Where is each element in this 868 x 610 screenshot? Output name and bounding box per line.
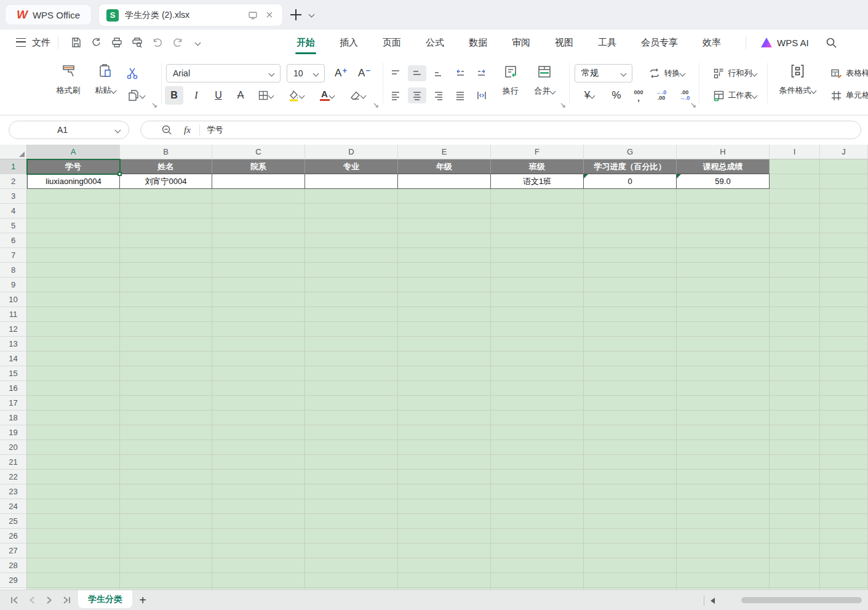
cell-J22[interactable] [820,470,868,484]
cell-I11[interactable] [770,307,820,322]
menu-tab-数据[interactable]: 数据 [469,37,487,49]
cell-B19[interactable] [120,425,212,440]
cell-A15[interactable] [27,366,120,381]
font-name-select[interactable]: Arial [166,64,281,82]
cell-F28[interactable] [491,558,584,573]
cell-J27[interactable] [820,544,868,558]
column-header-H[interactable]: H [677,145,770,159]
select-all-corner[interactable] [0,145,27,159]
cell-B13[interactable] [120,337,212,351]
cell-F9[interactable] [491,278,584,292]
cell-F10[interactable] [491,292,584,307]
conditional-format-button[interactable]: 条件格式 [771,63,823,96]
row-header-1[interactable]: 1 [0,159,27,174]
cell-E13[interactable] [398,337,491,351]
row-header-11[interactable]: 11 [0,307,27,322]
cell-H17[interactable] [677,396,770,411]
clipboard-dialog-launcher[interactable] [151,102,157,108]
last-sheet-button[interactable] [58,593,75,608]
comma-format-button[interactable]: 000, [629,86,648,105]
cell-E4[interactable] [398,204,491,219]
more-commands-chevron-icon[interactable] [191,35,205,50]
zoom-formula-icon[interactable] [161,124,173,136]
cell-J20[interactable] [820,440,868,455]
cell-E25[interactable] [398,514,491,529]
cell-B3[interactable] [120,189,212,204]
cell-H9[interactable] [677,278,770,292]
cell-C18[interactable] [212,411,305,425]
underline-button[interactable]: U [209,86,228,105]
cell-J24[interactable] [820,499,868,514]
cell-J7[interactable] [820,248,868,263]
alignment-dialog-launcher[interactable] [560,102,566,108]
cell-H2[interactable]: 59.0 [677,174,770,189]
cell-I19[interactable] [770,425,820,440]
cell-G2[interactable]: 0 [584,174,677,189]
cell-J12[interactable] [820,322,868,337]
cell-I18[interactable] [770,411,820,425]
cell-G27[interactable] [584,544,677,558]
grow-font-button[interactable]: A + [331,65,351,81]
cell-D29[interactable] [305,573,398,588]
cell-C17[interactable] [212,396,305,411]
cell-F12[interactable] [491,322,584,337]
cell-C9[interactable] [212,278,305,292]
cell-J14[interactable] [820,351,868,366]
copy-button[interactable] [122,86,149,105]
cell-D15[interactable] [305,366,398,381]
row-header-16[interactable]: 16 [0,381,27,396]
cell-B21[interactable] [120,455,212,470]
cell-H7[interactable] [677,248,770,263]
cell-C19[interactable] [212,425,305,440]
cell-I14[interactable] [770,351,820,366]
cell-A24[interactable] [27,499,120,514]
row-header-6[interactable]: 6 [0,233,27,248]
cell-J21[interactable] [820,455,868,470]
cell-C8[interactable] [212,263,305,278]
cell-I26[interactable] [770,529,820,544]
cell-H15[interactable] [677,366,770,381]
cell-B20[interactable] [120,440,212,455]
horizontal-scrollbar[interactable] [741,597,862,603]
column-header-D[interactable]: D [305,145,398,159]
cell-I20[interactable] [770,440,820,455]
cell-F11[interactable] [491,307,584,322]
cell-I6[interactable] [770,233,820,248]
cell-C12[interactable] [212,322,305,337]
cell-D26[interactable] [305,529,398,544]
cell-I8[interactable] [770,263,820,278]
cell-H21[interactable] [677,455,770,470]
print-preview-button[interactable] [130,35,145,50]
column-header-A[interactable]: A [27,145,120,159]
row-header-14[interactable]: 14 [0,351,27,366]
cell-B16[interactable] [120,381,212,396]
cell-C10[interactable] [212,292,305,307]
row-header-28[interactable]: 28 [0,558,27,573]
cell-D12[interactable] [305,322,398,337]
close-icon[interactable] [265,10,275,20]
cell-G7[interactable] [584,248,677,263]
cell-G22[interactable] [584,470,677,484]
cell-C2[interactable] [212,174,305,189]
row-header-29[interactable]: 29 [0,573,27,588]
cell-B6[interactable] [120,233,212,248]
cell-G11[interactable] [584,307,677,322]
file-menu[interactable]: 文件 [32,37,50,49]
cell-I5[interactable] [770,219,820,233]
row-header-27[interactable]: 27 [0,544,27,558]
cell-E10[interactable] [398,292,491,307]
formula-input[interactable]: fx 学号 [140,121,861,139]
cell-J4[interactable] [820,204,868,219]
cell-E23[interactable] [398,484,491,499]
cell-H25[interactable] [677,514,770,529]
cell-I23[interactable] [770,484,820,499]
align-bottom-button[interactable] [429,65,448,81]
cell-G14[interactable] [584,351,677,366]
cell-J8[interactable] [820,263,868,278]
cell-G6[interactable] [584,233,677,248]
cell-D8[interactable] [305,263,398,278]
cell-A13[interactable] [27,337,120,351]
chevron-down-icon[interactable] [115,127,121,133]
cell-H6[interactable] [677,233,770,248]
cell-F4[interactable] [491,204,584,219]
